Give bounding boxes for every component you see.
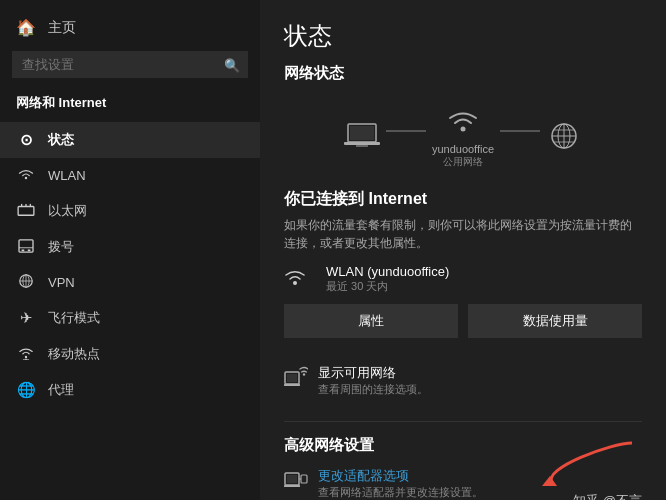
home-icon: 🏠 xyxy=(16,18,36,37)
svg-rect-19 xyxy=(356,145,368,147)
dialup-icon xyxy=(16,239,36,256)
available-info: 显示可用网络 查看周围的连接选项。 xyxy=(318,364,428,397)
search-icon[interactable]: 🔍 xyxy=(224,57,240,72)
sidebar-section-title: 网络和 Internet xyxy=(0,88,260,122)
sidebar-item-label: 移动热点 xyxy=(48,345,100,363)
laptop-icon xyxy=(344,122,380,154)
svg-rect-33 xyxy=(287,475,297,483)
net-line-2 xyxy=(500,130,540,132)
available-icon xyxy=(284,366,308,392)
network-diagram: yunduooffice 公用网络 xyxy=(284,97,642,175)
svg-point-27 xyxy=(293,281,297,285)
status-icon: ⊙ xyxy=(16,131,36,149)
adapter-icon xyxy=(284,469,308,493)
sidebar: 🏠 主页 🔍 网络和 Internet ⊙ 状态 WLAN xyxy=(0,0,260,500)
adapter-sub: 查看网络适配器并更改连接设置。 xyxy=(318,485,483,500)
sidebar-item-label: 拨号 xyxy=(48,238,74,256)
svg-rect-34 xyxy=(284,485,300,487)
available-sub: 查看周围的连接选项。 xyxy=(318,382,428,397)
svg-point-0 xyxy=(25,177,27,179)
svg-rect-7 xyxy=(22,249,25,251)
network-status-title: 网络状态 xyxy=(284,64,642,83)
action-buttons: 属性 数据使用量 xyxy=(284,304,642,338)
divider xyxy=(284,421,642,422)
sidebar-item-vpn[interactable]: VPN xyxy=(0,265,260,300)
search-input[interactable] xyxy=(12,51,248,78)
zhihu-label: 知乎 @不言 xyxy=(573,492,642,500)
ethernet-icon xyxy=(16,203,36,220)
sidebar-item-dialup[interactable]: 拨号 xyxy=(0,229,260,265)
connected-title: 你已连接到 Internet xyxy=(284,189,642,210)
wlan-time: 最近 30 天内 xyxy=(326,279,449,294)
adapter-title[interactable]: 更改适配器选项 xyxy=(318,467,483,485)
sidebar-item-hotspot[interactable]: 移动热点 xyxy=(0,336,260,372)
svg-rect-30 xyxy=(284,384,300,386)
svg-point-20 xyxy=(461,127,466,132)
proxy-icon: 🌐 xyxy=(16,381,36,399)
network-type-label: 公用网络 xyxy=(443,155,483,169)
arrow-annotation: 知乎 @不言 xyxy=(522,438,642,500)
hotspot-icon xyxy=(16,346,36,363)
sidebar-item-label: WLAN xyxy=(48,168,86,183)
available-networks-row[interactable]: 显示可用网络 查看周围的连接选项。 xyxy=(284,356,642,405)
net-line-1 xyxy=(386,130,426,132)
search-box: 🔍 xyxy=(12,51,248,78)
data-usage-button[interactable]: 数据使用量 xyxy=(468,304,642,338)
page-title: 状态 xyxy=(284,20,642,52)
svg-rect-29 xyxy=(287,374,297,382)
svg-rect-8 xyxy=(28,249,31,251)
sidebar-item-label: 飞行模式 xyxy=(48,309,100,327)
network-name-label: yunduooffice xyxy=(432,143,494,155)
svg-marker-37 xyxy=(542,476,557,486)
svg-rect-17 xyxy=(350,126,374,140)
wlan-row: WLAN (yunduooffice) 最近 30 天内 xyxy=(284,264,642,294)
sidebar-home-label: 主页 xyxy=(48,19,76,37)
advanced-row: 更改适配器选项 查看网络适配器并更改连接设置。 知乎 @不言 xyxy=(284,467,642,500)
vpn-icon xyxy=(16,274,36,291)
sidebar-item-ethernet[interactable]: 以太网 xyxy=(0,193,260,229)
sidebar-item-label: 代理 xyxy=(48,381,74,399)
sidebar-item-label: VPN xyxy=(48,275,75,290)
available-title: 显示可用网络 xyxy=(318,364,428,382)
wlan-name: WLAN (yunduooffice) xyxy=(326,264,449,279)
wifi-icon-center: yunduooffice 公用网络 xyxy=(432,107,494,169)
sidebar-item-status[interactable]: ⊙ 状态 xyxy=(0,122,260,158)
svg-point-31 xyxy=(303,373,305,375)
sidebar-item-wlan[interactable]: WLAN xyxy=(0,158,260,193)
sidebar-item-label: 状态 xyxy=(48,131,74,149)
properties-button[interactable]: 属性 xyxy=(284,304,458,338)
main-content: 状态 网络状态 yunduooffice 公用网络 xyxy=(260,0,666,500)
adapter-info: 更改适配器选项 查看网络适配器并更改连接设置。 xyxy=(318,467,483,500)
wlan-icon xyxy=(16,167,36,184)
svg-point-13 xyxy=(25,355,27,357)
sidebar-item-label: 以太网 xyxy=(48,202,87,220)
sidebar-item-airplane[interactable]: ✈ 飞行模式 xyxy=(0,300,260,336)
svg-rect-5 xyxy=(19,239,33,251)
sidebar-item-proxy[interactable]: 🌐 代理 xyxy=(0,372,260,408)
svg-rect-35 xyxy=(301,475,307,483)
globe-icon xyxy=(546,121,582,155)
wlan-info: WLAN (yunduooffice) 最近 30 天内 xyxy=(326,264,449,294)
airplane-icon: ✈ xyxy=(16,309,36,327)
svg-rect-1 xyxy=(18,206,34,215)
wlan-status-icon xyxy=(284,268,316,290)
svg-rect-18 xyxy=(344,142,380,145)
sidebar-home[interactable]: 🏠 主页 xyxy=(0,10,260,45)
connected-desc: 如果你的流量套餐有限制，则你可以将此网络设置为按流量计费的连接，或者更改其他属性… xyxy=(284,216,642,252)
